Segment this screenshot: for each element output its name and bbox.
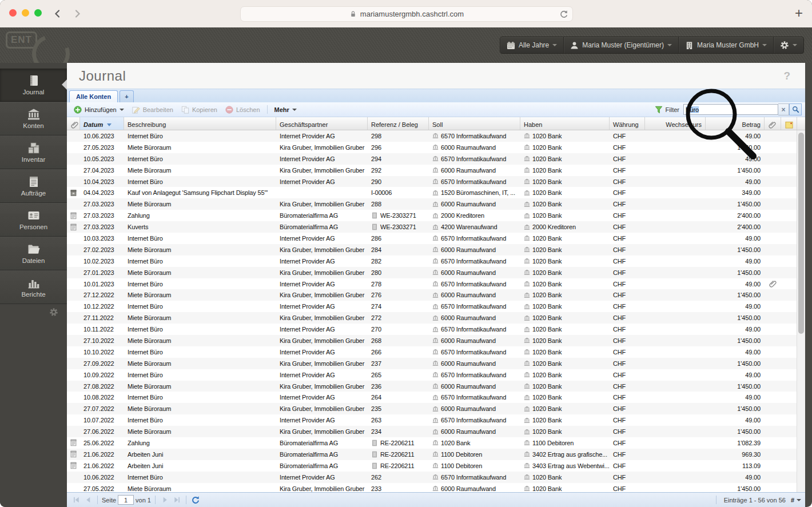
row-date: 10.08.2022 (83, 394, 114, 401)
table-row[interactable]: 04.04.2023Kauf von Anlagegut 'Samsung Fl… (67, 187, 797, 198)
app-header: ENT Alle JahreMaria Muster (Eigentümer)M… (0, 27, 812, 63)
close-window-button[interactable] (9, 9, 17, 17)
table-row[interactable]: 10.12.2022Internet BüroInternet Provider… (67, 301, 797, 312)
table-row[interactable]: 27.03.2023Miete BüroraumKira Gruber, Imm… (67, 198, 797, 210)
help-icon[interactable]: ? (783, 70, 790, 82)
copy-button[interactable]: Kopieren (178, 105, 221, 115)
forward-button[interactable] (70, 6, 85, 21)
search-button[interactable] (789, 103, 802, 115)
sidebar-gear-icon[interactable] (49, 308, 58, 317)
table-row[interactable]: 21.06.2022Arbeiten JuniBüromaterialfirma… (67, 449, 797, 460)
table-row[interactable]: 27.05.2022Miete BüroraumKira Gruber, Imm… (67, 483, 797, 492)
new-tab-button[interactable]: + (795, 5, 803, 22)
notes-column-header[interactable] (781, 117, 797, 130)
sidebar-item-inventar[interactable]: Inventar (0, 135, 67, 169)
next-page-button[interactable] (160, 495, 170, 505)
last-page-button[interactable] (172, 495, 182, 505)
address-bar[interactable]: mariamustergmbh.cashctrl.com (240, 6, 573, 22)
refresh-button[interactable] (190, 495, 201, 505)
sidebar-item-berichte[interactable]: Berichte (0, 270, 67, 304)
period-menu-button[interactable]: Alle Jahre (500, 37, 564, 53)
vertical-scrollbar[interactable] (797, 130, 805, 492)
column-header-geschaeftspartner[interactable]: Geschäftspartner (276, 117, 368, 130)
more-caret-icon (292, 109, 297, 111)
row-amount: 1'450.00 (737, 246, 761, 253)
table-row[interactable]: 10.08.2022Internet BüroInternet Provider… (67, 392, 797, 403)
delete-button[interactable]: Löschen (222, 105, 264, 115)
account-icon (524, 155, 530, 162)
column-header-haben[interactable]: Haben (520, 117, 610, 130)
column-header-referenz-beleg[interactable]: Referenz / Beleg (368, 117, 429, 130)
reload-icon[interactable] (559, 9, 568, 19)
grid-rows: 10.06.2023Internet BüroInternet Provider… (67, 130, 797, 492)
table-row[interactable]: 27.10.2022Miete BüroraumKira Gruber, Imm… (67, 335, 797, 346)
company-menu-button[interactable]: Maria Muster GmbH (679, 37, 774, 53)
row-amount: 49.00 (745, 417, 761, 424)
table-row[interactable]: 10.02.2023Internet BüroInternet Provider… (67, 256, 797, 267)
table-row[interactable]: 27.07.2022Miete BüroraumKira Gruber, Imm… (67, 403, 797, 414)
add-tab-button[interactable]: + (120, 90, 133, 102)
sidebar-item-journal[interactable]: Journal (0, 68, 67, 102)
table-row[interactable]: 21.06.2022Arbeiten JuniBüromaterialfirma… (67, 460, 797, 472)
table-row[interactable]: 10.04.2023Internet BüroInternet Provider… (67, 176, 797, 187)
clear-search-button[interactable]: × (778, 103, 789, 115)
row-description: Internet Büro (128, 394, 163, 401)
table-row[interactable]: 27.02.2023Miete BüroraumKira Gruber, Imm… (67, 244, 797, 256)
more-button[interactable]: Mehr (271, 105, 300, 114)
attachment-column-header[interactable] (67, 117, 80, 130)
table-row[interactable]: 10.07.2022Internet BüroInternet Provider… (67, 414, 797, 426)
zoom-window-button[interactable] (34, 9, 42, 17)
table-row[interactable]: 10.03.2023Internet BüroInternet Provider… (67, 233, 797, 244)
table-row[interactable]: 27.08.2022Miete BüroraumKira Gruber, Imm… (67, 381, 797, 392)
sidebar-item-personen[interactable]: Personen (0, 203, 67, 237)
row-partner: Büromaterialfirma AG (280, 223, 338, 230)
page-number-input[interactable]: 1 (118, 495, 134, 505)
settings-menu-button[interactable] (774, 37, 803, 53)
table-row[interactable]: 10.01.2023Internet BüroInternet Provider… (67, 278, 797, 290)
attachment-paperclip-icon[interactable] (769, 280, 777, 288)
edit-button[interactable]: Bearbeiten (129, 105, 177, 115)
table-row[interactable]: 27.05.2023Miete BüroraumKira Gruber, Imm… (67, 142, 797, 153)
table-row[interactable]: 10.10.2022Internet BüroInternet Provider… (67, 346, 797, 358)
search-input[interactable]: Büro (683, 104, 778, 115)
table-row[interactable]: 25.06.2022ZahlungBüromaterialfirma AGRE-… (67, 437, 797, 449)
minimize-window-button[interactable] (22, 9, 29, 17)
row-description: Miete Büroraum (128, 314, 171, 321)
add-button[interactable]: Hinzufügen (70, 105, 128, 115)
table-row[interactable]: 27.03.2023ZahlungBüromaterialfirma AGWE-… (67, 210, 797, 221)
sidebar-item-konten[interactable]: Konten (0, 102, 67, 135)
table-row[interactable]: 27.11.2022Miete BüroraumKira Gruber, Imm… (67, 312, 797, 324)
column-header-soll[interactable]: Soll (429, 117, 520, 130)
row-partner: Kira Gruber, Immobilien Gruber (280, 144, 364, 151)
table-row[interactable]: 27.03.2023KuvertsBüromaterialfirma AGWE-… (67, 221, 797, 233)
table-row[interactable]: 10.09.2022Internet BüroInternet Provider… (67, 369, 797, 381)
column-header-datum[interactable]: Datum (80, 117, 124, 130)
table-row[interactable]: 27.01.2023Miete BüroraumKira Gruber, Imm… (67, 267, 797, 278)
table-row[interactable]: 27.09.2022Miete BüroraumKira Gruber, Imm… (67, 358, 797, 369)
column-header-beschreibung[interactable]: Beschreibung (124, 117, 276, 130)
column-header-betrag[interactable]: Betrag (706, 117, 765, 130)
account-icon (432, 201, 439, 207)
table-row[interactable]: 10.11.2022Internet BüroInternet Provider… (67, 324, 797, 335)
table-row[interactable]: 10.06.2023Internet BüroInternet Provider… (67, 130, 797, 142)
row-currency: CHF (613, 246, 626, 253)
table-row[interactable]: 10.06.2022Internet BüroInternet Provider… (67, 472, 797, 483)
attachments-column-header[interactable] (765, 117, 781, 130)
first-page-button[interactable] (71, 495, 81, 505)
order-document-icon (70, 462, 77, 469)
scrollbar-thumb[interactable] (798, 133, 804, 334)
account-icon (432, 269, 439, 276)
sidebar-item-auftraege[interactable]: Aufträge (0, 169, 67, 203)
tab-alle-konten[interactable]: Alle Konten (69, 90, 118, 102)
table-row[interactable]: 10.05.2023Internet BüroInternet Provider… (67, 153, 797, 165)
table-row[interactable]: 27.06.2022Miete BüroraumKira Gruber, Imm… (67, 426, 797, 437)
column-header-wechselkurs[interactable]: Wechselkurs (645, 117, 706, 130)
table-row[interactable]: 27.12.2022Miete BüroraumKira Gruber, Imm… (67, 289, 797, 301)
sidebar-item-dateien[interactable]: Dateien (0, 237, 67, 270)
column-header-waehrung[interactable]: Währung (610, 117, 645, 130)
table-row[interactable]: 27.04.2023Miete BüroraumKira Gruber, Imm… (67, 165, 797, 176)
entries-per-page-button[interactable]: # (791, 497, 801, 504)
prev-page-button[interactable] (83, 495, 93, 505)
back-button[interactable] (50, 6, 65, 21)
user-menu-button[interactable]: Maria Muster (Eigentümer) (564, 37, 679, 53)
